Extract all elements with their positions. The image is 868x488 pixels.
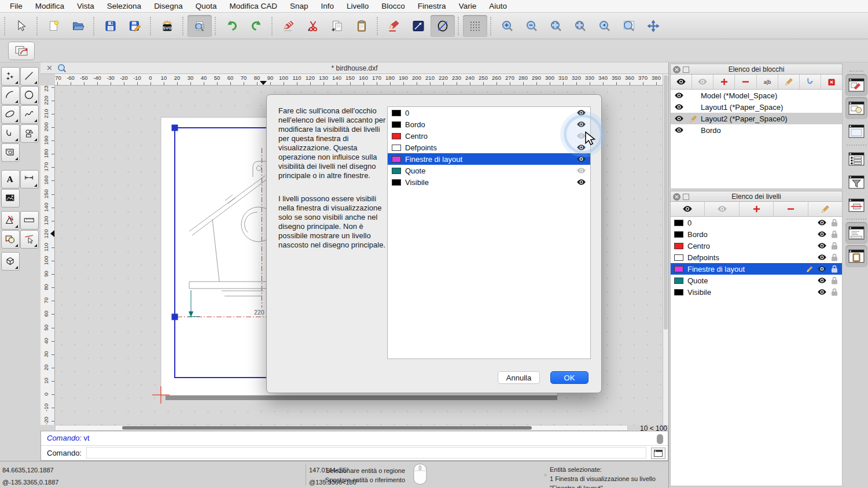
block-visibility-eye-icon[interactable] — [674, 92, 689, 99]
block-visibility-eye-icon[interactable] — [674, 127, 689, 134]
layers-toolbar-eye-on-button[interactable] — [671, 202, 705, 216]
dialog-layer-row-centro[interactable]: Centro — [388, 130, 590, 142]
layer-visibility-eye-icon[interactable] — [576, 167, 586, 174]
panel-tab-properties[interactable] — [845, 148, 867, 170]
viewport-handle[interactable] — [172, 314, 178, 320]
horizontal-scrollbar-thumb[interactable] — [122, 426, 532, 430]
cancel-button[interactable]: Annulla — [498, 371, 540, 384]
toolbar-undo-button[interactable] — [220, 15, 244, 37]
toolbar-zoom-previous-button[interactable] — [593, 15, 617, 37]
toolbar-print-preview-button[interactable] — [187, 15, 212, 37]
toolbar-zoom-in-button[interactable] — [495, 15, 520, 37]
panel-tab-clipboard[interactable] — [845, 245, 867, 267]
layer-visibility-eye-icon[interactable] — [817, 219, 827, 226]
layer-visibility-eye-icon[interactable] — [817, 254, 827, 261]
toolbar-zoom-window-button[interactable] — [617, 15, 641, 37]
layers-toolbar-remove-button[interactable] — [774, 202, 808, 216]
toolbar-ellipse-slash-tool-button[interactable] — [431, 15, 455, 37]
menu-finestra[interactable]: Finestra — [411, 2, 453, 10]
menu-vista[interactable]: Vista — [71, 2, 101, 10]
layer-row-finestre-di-layout[interactable]: Finestre di layout — [671, 263, 842, 275]
tool-select[interactable] — [20, 230, 39, 249]
tool-circle[interactable] — [20, 86, 39, 105]
layer-lock-icon[interactable] — [831, 253, 838, 261]
layer-visibility-eye-icon[interactable] — [576, 109, 586, 116]
tool-modify[interactable] — [1, 211, 20, 230]
dialog-layer-row-visibile[interactable]: Visibile — [388, 176, 590, 188]
command-history-scrollbar[interactable] — [657, 434, 663, 444]
layer-row-centro[interactable]: Centro — [671, 240, 842, 252]
layer-row-quote[interactable]: Quote — [671, 275, 842, 286]
viewport-handle[interactable] — [172, 125, 178, 131]
layer-row-bordo[interactable]: Bordo — [671, 228, 842, 240]
toolbar-cut-entity-button[interactable] — [301, 15, 325, 37]
toolbar-grid-toggle-button[interactable] — [463, 15, 487, 37]
layers-toolbar-eye-off-button[interactable] — [705, 202, 739, 216]
dialog-layer-row-finestre-di-layout[interactable]: Finestre di layout — [388, 153, 590, 165]
tool-line[interactable] — [20, 67, 39, 86]
tool-arc[interactable] — [1, 86, 20, 105]
menu-blocco[interactable]: Blocco — [375, 2, 411, 10]
dialog-layer-row-defpoints[interactable]: Defpoints — [388, 142, 590, 153]
blocks-toolbar-eye-on-button[interactable] — [671, 75, 692, 89]
tool-polyline[interactable] — [1, 124, 20, 143]
dialog-layer-row-0[interactable]: 0 — [388, 107, 590, 119]
panel-tab-filter[interactable] — [845, 171, 867, 193]
menu-disegna[interactable]: Disegna — [148, 2, 189, 10]
layer-lock-icon[interactable] — [831, 276, 838, 284]
menu-aiuto[interactable]: Aiuto — [483, 2, 513, 10]
layer-visibility-eye-icon[interactable] — [817, 231, 827, 238]
blocks-toolbar-purge-button[interactable] — [821, 75, 842, 89]
vertical-scrollbar-thumb[interactable] — [664, 75, 668, 330]
close-panel-icon[interactable]: ✕ — [673, 193, 681, 201]
float-panel-icon[interactable] — [683, 66, 689, 73]
detach-command-window-button[interactable] — [651, 448, 665, 459]
vertical-scrollbar[interactable] — [663, 74, 668, 425]
panel-tab-selection-filter[interactable] — [845, 194, 867, 216]
layer-visibility-eye-icon[interactable] — [817, 289, 827, 295]
tool-points[interactable] — [1, 67, 20, 86]
menu-quota[interactable]: Quota — [189, 2, 223, 10]
blocks-toolbar-add-button[interactable] — [713, 75, 735, 89]
toolbar-draw-pencil-button[interactable] — [382, 15, 406, 37]
layer-row-0[interactable]: 0 — [671, 217, 842, 228]
toolbar-zoom-out-button[interactable] — [520, 15, 544, 37]
layers-toolbar-add-button[interactable] — [740, 202, 774, 216]
menu-varie[interactable]: Varie — [453, 2, 483, 10]
dialog-layer-row-quote[interactable]: Quote — [388, 165, 590, 176]
blocks-toolbar-insert-button[interactable] — [800, 75, 821, 89]
layer-lock-icon[interactable] — [831, 288, 838, 296]
layer-visibility-eye-icon[interactable] — [576, 156, 586, 162]
layer-visibility-eye-icon[interactable] — [576, 179, 586, 186]
blocks-toolbar-edit-button[interactable] — [778, 75, 800, 89]
toolbar-save-file-button[interactable] — [98, 15, 123, 37]
tool-spline[interactable] — [20, 105, 39, 124]
toolbar-new-file-button[interactable] — [42, 15, 66, 37]
toolbar-svg-export-button[interactable]: SVG — [155, 15, 179, 37]
dialog-layer-row-bordo[interactable]: Bordo — [388, 119, 590, 130]
layer-row-defpoints[interactable]: Defpoints — [671, 252, 842, 263]
ok-button[interactable]: OK — [550, 371, 589, 384]
blocks-toolbar-rename-button[interactable]: a|b — [757, 75, 778, 89]
block-row-layout2-paper-space0-[interactable]: Layout2 (*Paper_Space0) — [671, 113, 842, 124]
menu-seleziona[interactable]: Seleziona — [101, 2, 148, 10]
tool-dimension[interactable] — [20, 170, 39, 188]
tool-boolean[interactable] — [1, 230, 20, 249]
toolbar-redo-button[interactable] — [244, 15, 269, 37]
menu-info[interactable]: Info — [315, 2, 341, 10]
tool-box3d[interactable] — [1, 252, 20, 271]
toolbar-paste-entity-button[interactable] — [350, 15, 374, 37]
panel-tab-shapes[interactable] — [845, 97, 867, 119]
layer-lock-icon[interactable] — [831, 219, 838, 227]
horizontal-scrollbar[interactable] — [55, 425, 628, 431]
layer-visibility-eye-icon[interactable] — [817, 265, 827, 272]
tool-shapes[interactable] — [20, 124, 39, 143]
close-panel-icon[interactable]: ✕ — [673, 66, 681, 73]
toolbar-open-file-button[interactable] — [66, 15, 90, 37]
float-panel-icon[interactable] — [683, 194, 689, 200]
block-visibility-eye-icon[interactable] — [674, 103, 689, 110]
toolbar-save-as-file-button[interactable] — [123, 15, 147, 37]
panel-tab-block-list[interactable] — [845, 74, 867, 96]
menu-livello[interactable]: Livello — [340, 2, 375, 10]
toolbar-pan-button[interactable] — [641, 15, 665, 37]
